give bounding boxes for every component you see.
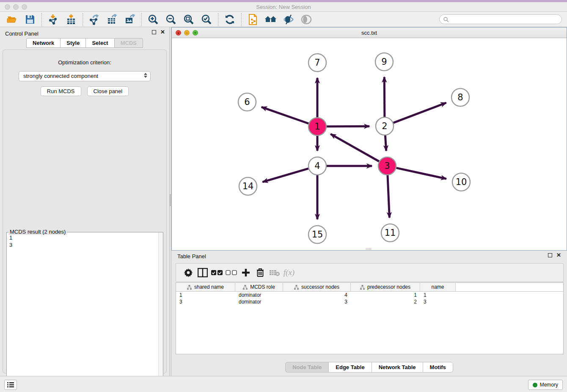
memory-button[interactable]: Memory <box>528 380 563 390</box>
tab-style[interactable]: Style <box>60 38 85 48</box>
new-network-from-selection-button[interactable] <box>247 14 259 25</box>
hide-selected-button[interactable] <box>282 14 295 25</box>
table-cell[interactable]: 3 <box>283 298 351 305</box>
node-label-2: 2 <box>382 121 387 131</box>
delete-table-icon <box>269 269 280 276</box>
column-header-name[interactable]: name <box>420 283 456 291</box>
edge-2-8[interactable] <box>394 103 446 123</box>
zoom-fit-button[interactable] <box>182 14 195 25</box>
open-session-button[interactable] <box>6 14 19 25</box>
edge-3-11[interactable] <box>388 175 389 218</box>
table-cell[interactable]: 2 <box>351 298 420 305</box>
tab-edge-table[interactable]: Edge Table <box>328 362 371 373</box>
zoom-selected-button[interactable] <box>200 14 213 25</box>
function-builder-button-disabled: f(x) <box>282 266 296 279</box>
table-cell[interactable]: 1 <box>420 292 456 298</box>
save-icon <box>25 14 35 25</box>
import-network-button[interactable] <box>47 14 60 25</box>
column-header-successor-nodes[interactable]: successor nodes <box>283 283 351 291</box>
import-table-button[interactable] <box>65 14 77 25</box>
table-row[interactable]: 1dominator411 <box>176 292 563 298</box>
column-header-predecessor-nodes[interactable]: predecessor nodes <box>351 283 420 291</box>
edge-1-6[interactable] <box>261 107 308 124</box>
unselect-all-columns-button[interactable] <box>224 266 239 279</box>
open-folder-icon <box>7 14 18 25</box>
node-label-1: 1 <box>314 121 320 132</box>
import-network-icon <box>48 14 59 25</box>
criterion-dropdown[interactable]: strongly connected component <box>19 71 151 81</box>
gear-icon <box>184 268 193 277</box>
node-label-10: 10 <box>456 177 467 187</box>
export-network-icon <box>89 14 100 25</box>
table-cell[interactable]: dominator <box>235 298 283 305</box>
network-resize-grip[interactable] <box>366 248 372 250</box>
splitter-grip[interactable] <box>170 194 171 206</box>
network-window-titlebar[interactable]: x − + scc.txt <box>172 28 567 38</box>
table-cell[interactable]: 1 <box>176 292 235 298</box>
result-scrollbar[interactable] <box>158 232 163 392</box>
search-field[interactable] <box>439 14 562 24</box>
run-mcds-button[interactable]: Run MCDS <box>41 86 81 96</box>
edge-3-1[interactable] <box>330 134 379 162</box>
tab-network[interactable]: Network <box>26 38 60 48</box>
table-cell[interactable]: 4 <box>283 292 351 298</box>
tab-network-table[interactable]: Network Table <box>372 362 423 373</box>
table-tabs: Node TableEdge TableNetwork TableMotifs <box>171 362 567 373</box>
create-column-button[interactable] <box>239 266 253 279</box>
tab-motifs[interactable]: Motifs <box>423 362 453 373</box>
edge-1-2[interactable] <box>327 126 369 127</box>
plus-icon <box>241 268 250 277</box>
edge-2-3[interactable] <box>385 135 386 151</box>
zoom-in-button[interactable] <box>147 14 160 25</box>
apply-layout-button[interactable] <box>223 14 236 25</box>
node-label-4: 4 <box>314 161 320 171</box>
network-canvas[interactable]: 7968124314101511 <box>172 39 567 250</box>
toolbar-separator <box>218 13 218 26</box>
edge-2-9[interactable] <box>384 77 385 117</box>
home-network-icon <box>264 14 277 25</box>
network-graph[interactable]: 7968124314101511 <box>172 39 567 250</box>
import-table-icon <box>66 14 77 25</box>
table-settings-button[interactable] <box>181 266 195 279</box>
table-cell[interactable]: 1 <box>351 292 420 298</box>
main-titlebar: Session: New Session <box>0 2 567 12</box>
task-history-button[interactable] <box>4 380 17 390</box>
zoom-out-button[interactable] <box>165 14 177 25</box>
zoom-out-icon <box>165 14 176 25</box>
close-panel-button[interactable]: Close panel <box>87 86 129 96</box>
table-cell[interactable]: dominator <box>235 292 283 298</box>
select-all-columns-button[interactable] <box>210 266 224 279</box>
zoom-in-icon <box>148 14 159 25</box>
tab-select[interactable]: Select <box>85 38 114 48</box>
first-neighbors-button[interactable] <box>264 14 277 25</box>
mcds-panel: Optimization criterion: strongly connect… <box>3 50 167 373</box>
mcds-result-text[interactable]: 1 3 <box>9 234 12 248</box>
save-session-button[interactable] <box>24 14 36 25</box>
toolbar-separator <box>83 13 83 26</box>
table-cell[interactable]: 3 <box>420 298 456 305</box>
float-table-panel-icon[interactable] <box>548 253 552 257</box>
node-label-8: 8 <box>457 92 463 102</box>
show-columns-button[interactable] <box>195 266 210 279</box>
export-network-button[interactable] <box>88 14 101 25</box>
node-label-11: 11 <box>385 228 396 238</box>
close-table-panel-icon[interactable]: ✕ <box>556 253 561 257</box>
float-panel-icon[interactable] <box>152 30 156 34</box>
table-cell[interactable]: 3 <box>176 298 235 305</box>
column-header-MCDS-role[interactable]: MCDS role <box>235 283 283 291</box>
edge-3-10[interactable] <box>396 168 446 179</box>
export-table-button[interactable] <box>106 14 118 25</box>
export-image-button[interactable] <box>124 14 136 25</box>
show-all-button[interactable] <box>300 14 313 25</box>
edge-4-14[interactable] <box>263 168 308 182</box>
mcds-result-title: MCDS result (2 nodes) <box>8 229 67 235</box>
tab-node-table[interactable]: Node Table <box>285 362 328 373</box>
hide-eye-icon <box>283 14 295 25</box>
column-header-shared-name[interactable]: shared name <box>176 283 235 291</box>
close-panel-icon[interactable]: ✕ <box>160 30 165 34</box>
tab-mcds[interactable]: MCDS <box>114 38 143 48</box>
optimization-criterion-label: Optimization criterion: <box>3 59 166 66</box>
delete-columns-button[interactable] <box>253 266 267 279</box>
search-input[interactable] <box>449 17 555 22</box>
table-row[interactable]: 3dominator323 <box>176 298 563 305</box>
